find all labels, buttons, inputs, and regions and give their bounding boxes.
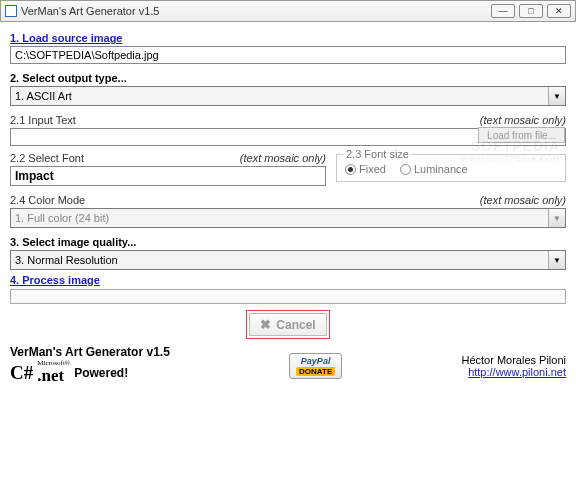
step4-heading[interactable]: 4. Process image: [10, 274, 566, 286]
dotnet-logo: .net: [37, 366, 64, 385]
select-font-label: 2.2 Select Font: [10, 152, 84, 164]
font-size-group: 2.3 Font size Fixed Luminance: [336, 154, 566, 182]
app-icon: [5, 5, 17, 17]
color-mode-note: (text mosaic only): [480, 194, 566, 206]
cancel-button[interactable]: ✖ Cancel: [249, 313, 326, 336]
select-font-note: (text mosaic only): [240, 152, 326, 164]
paypal-donate-button[interactable]: PayPal DONATE: [289, 353, 342, 379]
load-from-file-button[interactable]: Load from file...: [478, 127, 565, 143]
window-title: VerMan's Art Generator v1.5: [21, 5, 491, 17]
quality-value: 3. Normal Resolution: [15, 254, 118, 266]
cancel-highlight: ✖ Cancel: [246, 310, 329, 339]
chevron-down-icon: ▼: [548, 87, 565, 105]
chevron-down-icon: ▼: [548, 251, 565, 269]
step1-heading[interactable]: 1. Load source image: [10, 32, 566, 44]
color-mode-select[interactable]: 1. Full color (24 bit) ▼: [10, 208, 566, 228]
color-mode-label: 2.4 Color Mode: [10, 194, 85, 206]
close-icon: ✖: [260, 317, 271, 332]
chevron-down-icon: ▼: [548, 209, 565, 227]
step2-heading: 2. Select output type...: [10, 72, 566, 84]
author-name: Héctor Morales Piloni: [461, 354, 566, 366]
source-path-input[interactable]: [10, 46, 566, 64]
color-mode-value: 1. Full color (24 bit): [15, 212, 109, 224]
step3-heading: 3. Select image quality...: [10, 236, 566, 248]
progress-bar: [10, 289, 566, 304]
luminance-radio[interactable]: Luminance: [400, 163, 468, 175]
powered-text: Powered!: [74, 366, 128, 380]
font-input[interactable]: [10, 166, 326, 186]
output-type-value: 1. ASCII Art: [15, 90, 72, 102]
footer-title: VerMan's Art Generator v1.5: [10, 345, 170, 359]
author-url[interactable]: http://www.piloni.net: [468, 366, 566, 378]
minimize-button[interactable]: —: [491, 4, 515, 18]
input-text-label: 2.1 Input Text: [10, 114, 76, 126]
font-size-legend: 2.3 Font size: [343, 148, 412, 160]
footer: VerMan's Art Generator v1.5 C# Microsoft…: [0, 343, 576, 386]
close-button[interactable]: ✕: [547, 4, 571, 18]
maximize-button[interactable]: □: [519, 4, 543, 18]
csharp-logo: C#: [10, 362, 33, 384]
fixed-radio[interactable]: Fixed: [345, 163, 386, 175]
quality-select[interactable]: 3. Normal Resolution ▼: [10, 250, 566, 270]
output-type-select[interactable]: 1. ASCII Art ▼: [10, 86, 566, 106]
input-text-note: (text mosaic only): [480, 114, 566, 126]
titlebar: VerMan's Art Generator v1.5 — □ ✕: [0, 0, 576, 22]
